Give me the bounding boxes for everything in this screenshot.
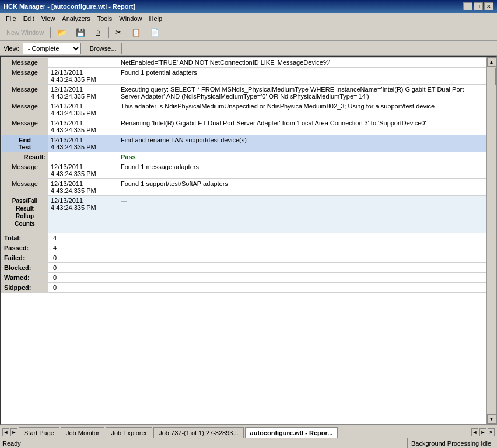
- row-message: Pass: [118, 152, 487, 162]
- title-bar-buttons[interactable]: _ □ ✕: [463, 2, 494, 10]
- summary-label: Failed:: [2, 253, 48, 263]
- menu-analyzers[interactable]: Analyzers: [58, 14, 93, 23]
- background-processing-label: Background Processing Idle: [411, 440, 491, 447]
- row-message: Find and rename LAN support/test device(…: [118, 135, 487, 152]
- summary-value: 0: [48, 253, 487, 263]
- tab-close[interactable]: ✕: [488, 428, 495, 436]
- toolbar: New Window 📂 💾 🖨 ✂ 📋 📄: [0, 24, 497, 41]
- table-scroll: Message NetEnabled='TRUE' AND NOT NetCon…: [1, 57, 487, 424]
- tab-scroll-left[interactable]: ◄: [471, 428, 478, 436]
- menu-help[interactable]: Help: [145, 14, 166, 23]
- scroll-up-button[interactable]: ▲: [487, 57, 496, 66]
- menu-bar: File Edit View Analyzers Tools Window He…: [0, 13, 497, 24]
- row-type: Message: [2, 179, 48, 196]
- tabs-right: ◄ ► ✕: [471, 428, 495, 438]
- browse-button[interactable]: Browse...: [85, 43, 122, 54]
- print-button[interactable]: 🖨: [90, 26, 106, 38]
- tab-start-page[interactable]: Start Page: [19, 427, 60, 438]
- close-button[interactable]: ✕: [484, 2, 494, 10]
- summary-value: 0: [48, 283, 487, 293]
- toolbar-separator-1: [50, 27, 51, 38]
- row-type: Message: [2, 102, 48, 118]
- row-message: Found 1 message adapters: [118, 162, 487, 179]
- title-text: HCK Manager - [autoconfigure.wtl - Repor…: [4, 3, 135, 10]
- paste-button[interactable]: 📄: [146, 26, 163, 38]
- row-timestamp: [48, 58, 118, 68]
- report-table: Message NetEnabled='TRUE' AND NOT NetCon…: [1, 57, 487, 293]
- tab-scroll-right[interactable]: ►: [480, 428, 487, 436]
- tab-nav-right[interactable]: ►: [10, 428, 18, 436]
- cut-button[interactable]: ✂: [111, 26, 126, 38]
- row-timestamp: 12/13/20114:43:24.335 PM: [48, 135, 118, 152]
- table-row: Message 12/13/20114:43:24.335 PM Executi…: [2, 85, 487, 102]
- summary-label: Blocked:: [2, 263, 48, 273]
- status-bar: Ready Background Processing Idle: [0, 438, 497, 448]
- summary-row-warned: Warned: 0: [2, 273, 487, 283]
- menu-edit[interactable]: Edit: [20, 14, 38, 23]
- save-icon: 💾: [76, 28, 85, 37]
- summary-value: 4: [48, 233, 487, 243]
- table-row-result: Result: Pass: [2, 152, 487, 162]
- new-window-button[interactable]: New Window: [2, 27, 48, 38]
- summary-row-blocked: Blocked: 0: [2, 263, 487, 273]
- paste-icon: 📄: [150, 28, 159, 37]
- vertical-scrollbar[interactable]: ▲ ▼: [487, 57, 496, 424]
- summary-row-failed: Failed: 0: [2, 253, 487, 263]
- tab-job-monitor[interactable]: Job Monitor: [61, 427, 104, 438]
- tab-job-explorer[interactable]: Job Explorer: [106, 427, 152, 438]
- row-timestamp: 12/13/20114:43:24.335 PM: [48, 102, 118, 118]
- row-type: EndTest: [2, 135, 48, 152]
- new-window-label: New Window: [6, 29, 44, 36]
- view-bar: View: - Complete Browse...: [0, 41, 497, 56]
- summary-value: 0: [48, 263, 487, 273]
- row-type: Message: [2, 68, 48, 85]
- row-timestamp: 12/13/20114:43:24.335 PM: [48, 179, 118, 196]
- result-label: Result:: [2, 152, 48, 162]
- menu-view[interactable]: View: [38, 14, 59, 23]
- table-row-end-test: EndTest 12/13/20114:43:24.335 PM Find an…: [2, 135, 487, 152]
- table-row: Message NetEnabled='TRUE' AND NOT NetCon…: [2, 58, 487, 68]
- save-button[interactable]: 💾: [72, 26, 89, 38]
- summary-value: 0: [48, 273, 487, 283]
- row-timestamp: 12/13/20114:43:24.335 PM: [48, 85, 118, 102]
- row-type: Message: [2, 162, 48, 179]
- summary-label: Warned:: [2, 273, 48, 283]
- tab-nav-left[interactable]: ◄: [2, 428, 9, 436]
- status-text-right: Background Processing Idle: [407, 438, 495, 448]
- row-message: Found 1 potential adapters: [118, 68, 487, 85]
- copy-icon: 📋: [131, 28, 141, 37]
- table-row: Message 12/13/20114:43:24.335 PM Found 1…: [2, 179, 487, 196]
- row-message: Executing query: SELECT * FROM MSNdis_Ph…: [118, 85, 487, 102]
- tab-job-737[interactable]: Job 737-(1 of 1) 27-32893...: [153, 427, 243, 438]
- row-message: —: [118, 196, 487, 233]
- summary-label: Total:: [2, 233, 48, 243]
- maximize-button[interactable]: □: [474, 2, 483, 10]
- row-message: This adapter is NdisPhysicalMediumUnspec…: [118, 102, 487, 118]
- open-icon: 📂: [57, 28, 66, 37]
- row-type: Message: [2, 58, 48, 68]
- toolbar-separator-2: [108, 27, 109, 38]
- cut-icon: ✂: [116, 28, 122, 37]
- menu-window[interactable]: Window: [116, 14, 145, 23]
- tabs-bar: ◄ ► Start Page Job Monitor Job Explorer …: [0, 425, 497, 438]
- minimize-button[interactable]: _: [463, 2, 473, 10]
- table-row: Message 12/13/20114:43:24.335 PM Renamin…: [2, 118, 487, 135]
- open-button[interactable]: 📂: [53, 26, 71, 38]
- summary-label: Passed:: [2, 243, 48, 253]
- table-row: Message 12/13/20114:43:24.335 PM Found 1…: [2, 68, 487, 85]
- tab-autoconfigure[interactable]: autoconfigure.wtl - Repor...: [245, 427, 338, 438]
- row-message: Found 1 support/test/SoftAP adapters: [118, 179, 487, 196]
- row-timestamp: 12/13/20114:43:24.335 PM: [48, 162, 118, 179]
- row-timestamp: 12/13/20114:43:24.335 PM: [48, 196, 118, 233]
- view-select[interactable]: - Complete: [23, 43, 81, 54]
- summary-label: Skipped:: [2, 283, 48, 293]
- menu-tools[interactable]: Tools: [94, 14, 116, 23]
- scroll-thumb[interactable]: [488, 68, 496, 85]
- menu-file[interactable]: File: [2, 14, 20, 23]
- row-timestamp: 12/13/20114:43:24.335 PM: [48, 118, 118, 135]
- scroll-down-button[interactable]: ▼: [487, 414, 496, 424]
- copy-button[interactable]: 📋: [127, 26, 145, 38]
- print-icon: 🖨: [94, 28, 102, 37]
- status-text-left: Ready: [2, 440, 407, 447]
- summary-row-passed: Passed: 4: [2, 243, 487, 253]
